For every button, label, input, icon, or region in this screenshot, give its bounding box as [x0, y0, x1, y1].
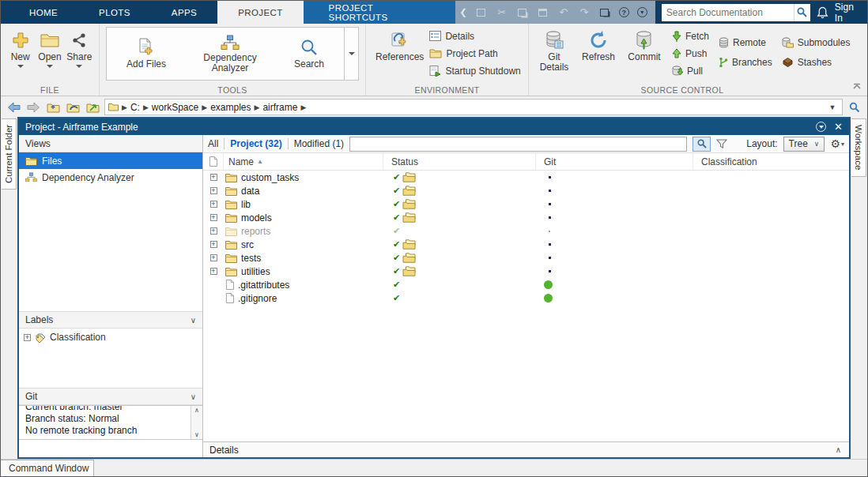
file-filter-search-icon[interactable]: [693, 137, 711, 152]
startup-shutdown-button[interactable]: Startup Shutdown: [427, 63, 523, 78]
expand-icon[interactable]: +: [210, 254, 217, 261]
column-name[interactable]: Name ▲: [224, 153, 383, 170]
table-row[interactable]: +data✔: [203, 184, 849, 197]
sidebar-tab-current-folder[interactable]: Current Folder: [2, 118, 17, 190]
project-path-button[interactable]: Project Path: [427, 46, 523, 61]
details-bar[interactable]: Details ∧: [203, 441, 849, 457]
refresh-button[interactable]: Refresh: [578, 27, 619, 62]
redo-icon[interactable]: ↷: [578, 6, 591, 19]
table-row[interactable]: +custom_tasks✔: [203, 171, 849, 184]
view-options-gear-icon[interactable]: ⚙▾: [830, 137, 844, 150]
sidebar-tab-workspace[interactable]: Workspace: [851, 118, 866, 177]
git-info-scrollbar[interactable]: ∧ ∨: [191, 406, 202, 439]
commit-button[interactable]: Commit: [624, 27, 665, 62]
search-button[interactable]: Search: [274, 28, 344, 80]
sidebar-item-files[interactable]: Files: [19, 152, 202, 169]
labels-header[interactable]: Labels ∨: [19, 311, 202, 329]
tab-project-shortcuts[interactable]: PROJECT SHORTCUTS: [304, 1, 455, 24]
copy-icon[interactable]: [516, 6, 529, 19]
crumb-separator-icon[interactable]: ▶: [255, 103, 260, 111]
table-row[interactable]: .gitattributes✔: [203, 278, 849, 291]
dependency-analyzer-button[interactable]: Dependency Analyzer: [186, 28, 274, 80]
sidebar-item-dependency-analyzer[interactable]: Dependency Analyzer: [19, 169, 202, 186]
branches-button[interactable]: Branches: [716, 54, 775, 69]
column-file-type[interactable]: [203, 153, 224, 170]
table-row[interactable]: +lib✔: [203, 197, 849, 211]
panel-close-icon[interactable]: ✕: [834, 122, 843, 132]
pull-button[interactable]: Pull: [670, 63, 711, 78]
minimize-ribbon-icon[interactable]: [851, 81, 863, 92]
expand-icon[interactable]: +: [210, 268, 217, 275]
column-status[interactable]: Status: [383, 153, 536, 170]
open-button[interactable]: Open: [36, 27, 62, 68]
open-in-explorer-icon[interactable]: [85, 100, 100, 115]
crumb-airframe[interactable]: airframe: [262, 102, 297, 113]
address-dropdown-icon[interactable]: ▼: [826, 103, 839, 111]
address-search-icon[interactable]: [847, 100, 862, 115]
git-header[interactable]: Git ∨: [19, 388, 202, 405]
share-button[interactable]: Share: [66, 27, 92, 68]
browse-folder-icon[interactable]: [65, 100, 81, 115]
filter-modified[interactable]: Modified (1): [294, 138, 344, 149]
details-button[interactable]: Details: [427, 28, 523, 43]
expand-icon[interactable]: +: [210, 187, 217, 194]
tab-home[interactable]: HOME: [9, 1, 78, 24]
table-row[interactable]: +src✔: [203, 238, 849, 251]
add-files-button[interactable]: Add Files: [107, 28, 186, 80]
new-button[interactable]: New: [7, 27, 33, 68]
submodules-button[interactable]: Submodules: [779, 35, 853, 50]
crumb-separator-icon[interactable]: ▶: [202, 103, 207, 111]
expand-icon[interactable]: +: [210, 214, 217, 221]
sign-in-link[interactable]: Sign In: [835, 2, 859, 24]
save-icon[interactable]: [475, 6, 488, 19]
command-window-tab[interactable]: Command Window: [1, 460, 94, 476]
fetch-button[interactable]: Fetch: [670, 28, 711, 43]
tab-plots[interactable]: PLOTS: [78, 1, 151, 24]
table-row[interactable]: +models✔: [203, 211, 849, 224]
tools-gallery-dropdown[interactable]: [344, 28, 358, 80]
tab-apps[interactable]: APPS: [151, 1, 217, 24]
forward-icon[interactable]: [25, 100, 41, 115]
tab-project[interactable]: PROJECT: [217, 1, 303, 24]
expand-icon[interactable]: +: [210, 174, 217, 181]
notifications-bell-icon[interactable]: [817, 6, 828, 19]
documentation-search-icon[interactable]: [794, 4, 810, 21]
references-button[interactable]: References: [376, 27, 424, 62]
undo-icon[interactable]: ↶: [557, 6, 570, 19]
details-expand-icon[interactable]: ∧: [836, 445, 841, 454]
help-icon[interactable]: ?: [619, 7, 629, 17]
table-row[interactable]: .gitignore✔: [203, 291, 849, 305]
scroll-up-icon[interactable]: ∧: [194, 407, 199, 414]
label-item-classification[interactable]: + Classification: [19, 332, 202, 343]
stashes-button[interactable]: Stashes: [779, 54, 853, 69]
table-row[interactable]: +utilities✔: [203, 265, 849, 278]
panel-minimize-icon[interactable]: [816, 122, 826, 132]
qat-collapse-icon[interactable]: ❮: [460, 7, 467, 17]
crumb-separator-icon[interactable]: ▶: [143, 103, 149, 111]
column-git[interactable]: Git: [536, 153, 693, 170]
paste-icon[interactable]: [537, 6, 549, 19]
layout-select[interactable]: Tree ∨: [783, 137, 825, 152]
git-collapse-icon[interactable]: ∨: [191, 392, 196, 401]
git-details-button[interactable]: Git Details: [535, 27, 573, 73]
file-filter-search-input[interactable]: [350, 137, 686, 151]
remote-button[interactable]: Remote: [716, 35, 775, 50]
column-classification[interactable]: Classification: [693, 153, 849, 170]
back-icon[interactable]: [6, 100, 21, 115]
push-button[interactable]: Push: [670, 46, 711, 61]
crumb-drive[interactable]: C:: [130, 102, 140, 113]
crumb-workspace[interactable]: workSpace: [152, 102, 198, 113]
expand-icon[interactable]: +: [210, 227, 217, 235]
documentation-search-input[interactable]: [662, 5, 794, 21]
cut-icon[interactable]: ✂: [496, 6, 508, 19]
crumb-separator-icon[interactable]: ▶: [122, 103, 127, 111]
labels-collapse-icon[interactable]: ∨: [191, 316, 196, 325]
filter-all[interactable]: All: [208, 138, 218, 149]
crumb-examples[interactable]: examples: [210, 102, 251, 113]
qat-dropdown-icon[interactable]: ▼: [637, 7, 647, 17]
crumb-separator-icon[interactable]: ▶: [300, 103, 306, 111]
expand-icon[interactable]: +: [24, 334, 31, 341]
up-one-level-icon[interactable]: [45, 100, 61, 115]
filter-funnel-icon[interactable]: [716, 139, 727, 149]
desktop-layout-icon[interactable]: [598, 6, 611, 19]
